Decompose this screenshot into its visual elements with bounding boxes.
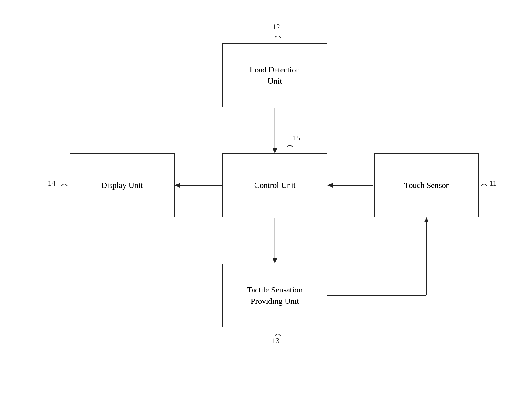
tactile-sensation-block: Tactile SensationProviding Unit bbox=[222, 264, 327, 327]
load-detection-label: Load DetectionUnit bbox=[250, 64, 300, 87]
ref-11: 11 bbox=[489, 179, 497, 188]
ref-13: 13 bbox=[272, 336, 279, 345]
svg-marker-5 bbox=[327, 183, 333, 188]
svg-marker-1 bbox=[273, 148, 277, 153]
diagram-container: Load DetectionUnit Control Unit Display … bbox=[0, 0, 532, 406]
ref-14: 14 bbox=[48, 179, 55, 188]
tactile-sensation-label: Tactile SensationProviding Unit bbox=[247, 284, 303, 307]
svg-marker-10 bbox=[424, 217, 429, 222]
ref-15: 15 bbox=[293, 134, 300, 142]
control-unit-block: Control Unit bbox=[222, 153, 327, 217]
touch-sensor-label: Touch Sensor bbox=[404, 180, 449, 191]
control-unit-label: Control Unit bbox=[254, 180, 295, 191]
svg-marker-7 bbox=[273, 258, 277, 264]
load-detection-block: Load DetectionUnit bbox=[222, 43, 327, 107]
display-unit-block: Display Unit bbox=[70, 153, 175, 217]
touch-sensor-block: Touch Sensor bbox=[374, 153, 479, 217]
ref-12: 12 bbox=[273, 23, 280, 31]
svg-marker-3 bbox=[175, 183, 180, 188]
display-unit-label: Display Unit bbox=[101, 180, 143, 191]
